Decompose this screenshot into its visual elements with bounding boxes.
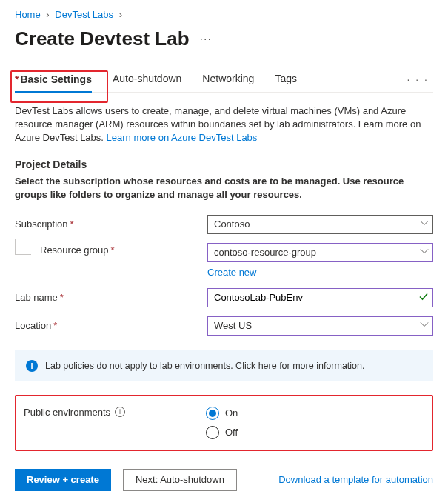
breadcrumb-home[interactable]: Home xyxy=(15,9,41,20)
tab-auto-shutdown[interactable]: Auto-shutdown xyxy=(113,67,181,92)
location-label: Location* xyxy=(15,320,207,331)
tree-indent-icon xyxy=(15,239,31,255)
project-details-desc: Select the subscription whose resources … xyxy=(15,175,433,201)
chevron-right-icon: › xyxy=(46,9,49,20)
tab-networking[interactable]: Networking xyxy=(202,67,254,92)
public-environments-highlight: Public environments i On Off xyxy=(15,395,433,451)
footer: Review + create Next: Auto-shutdown Down… xyxy=(15,469,433,491)
checkmark-icon xyxy=(418,291,429,304)
resource-group-select[interactable]: contoso-resource-group xyxy=(207,243,433,262)
subscription-label: Subscription* xyxy=(15,219,207,230)
info-banner[interactable]: i Lab policies do not apply to lab envir… xyxy=(15,350,433,381)
public-environments-radio-group: On Off xyxy=(206,407,238,439)
info-text: Lab policies do not apply to lab environ… xyxy=(45,361,364,371)
download-template-link[interactable]: Download a template for automation xyxy=(273,474,433,485)
more-actions-button[interactable]: ··· xyxy=(200,33,212,46)
subscription-select[interactable]: Contoso xyxy=(207,215,433,234)
intro-learn-more-link[interactable]: Learn more on Azure DevTest Labs xyxy=(107,132,258,143)
project-details-heading: Project Details xyxy=(15,159,433,170)
review-create-button[interactable]: Review + create xyxy=(15,469,111,491)
tab-tags[interactable]: Tags xyxy=(275,67,297,92)
next-button[interactable]: Next: Auto-shutdown xyxy=(123,469,237,491)
create-new-link[interactable]: Create new xyxy=(207,267,256,278)
info-circle-icon[interactable]: i xyxy=(115,407,125,417)
tabs: *Basic Settings Auto-shutdown Networking… xyxy=(15,67,433,93)
location-select[interactable]: West US xyxy=(207,316,433,336)
public-environments-label: Public environments i xyxy=(24,407,206,418)
breadcrumb-devtest[interactable]: DevTest Labs xyxy=(55,9,113,20)
public-env-off-radio[interactable]: Off xyxy=(206,426,238,439)
page-title: Create Devtest Lab xyxy=(15,27,190,50)
tab-basic-settings[interactable]: *Basic Settings xyxy=(15,67,92,93)
intro-text: DevTest Labs allows users to create, man… xyxy=(15,104,433,145)
breadcrumb: Home › DevTest Labs › xyxy=(15,9,433,20)
lab-name-label: Lab name* xyxy=(15,292,207,303)
chevron-right-icon: › xyxy=(119,9,122,20)
tabs-more-button[interactable]: · · · xyxy=(407,73,433,85)
resource-group-label: Resource group* xyxy=(40,244,115,256)
lab-name-input[interactable] xyxy=(207,288,433,307)
info-icon: i xyxy=(26,360,38,372)
public-env-on-radio[interactable]: On xyxy=(206,407,238,420)
